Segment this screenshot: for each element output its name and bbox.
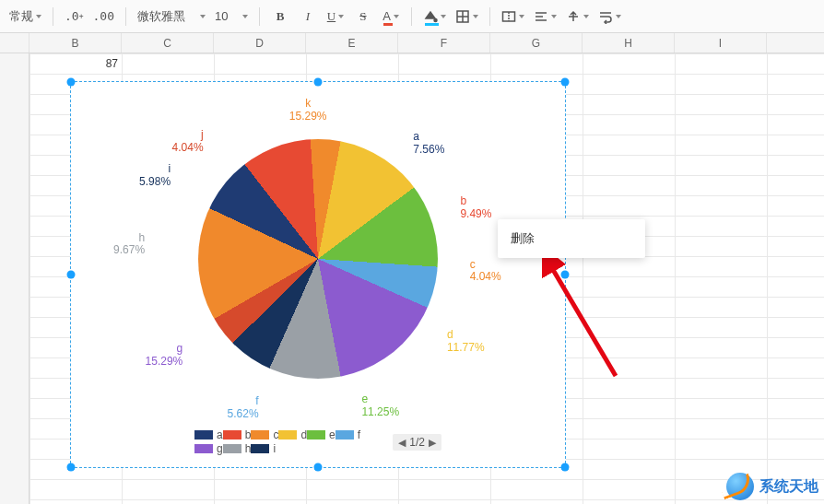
horizontal-align-button[interactable]: [530, 5, 560, 29]
font-color-button[interactable]: A: [378, 5, 404, 29]
legend-swatch: [251, 444, 269, 453]
legend-swatch: [194, 444, 213, 453]
legend-item[interactable]: i: [251, 442, 276, 455]
italic-button[interactable]: I: [295, 5, 321, 29]
vertical-align-button[interactable]: [562, 5, 593, 29]
legend-item[interactable]: g: [194, 442, 223, 455]
column-header[interactable]: D: [214, 33, 306, 53]
column-header[interactable]: E: [306, 33, 398, 53]
cell-b1[interactable]: 87: [30, 53, 122, 74]
legend-swatch: [194, 430, 213, 440]
column-header[interactable]: B: [29, 33, 122, 53]
context-menu: 删除: [498, 219, 645, 258]
context-menu-delete[interactable]: 删除: [498, 225, 645, 252]
increase-decimal-button[interactable]: .0+: [61, 5, 87, 29]
merge-cells-button[interactable]: [498, 5, 528, 29]
legend-next-button[interactable]: ▶: [429, 437, 436, 449]
chart-legend: abcdefghi ◀ 1/2 ▶: [194, 428, 441, 456]
legend-swatch: [335, 430, 354, 440]
resize-handle-se[interactable]: [561, 463, 570, 472]
legend-item[interactable]: f: [335, 428, 360, 441]
font-size-label: 10: [215, 9, 228, 23]
legend-item[interactable]: d: [278, 428, 307, 441]
decrease-decimal-button[interactable]: .00: [88, 5, 117, 29]
legend-swatch: [223, 444, 241, 453]
column-header-row: B C D E F G H I: [0, 33, 824, 53]
column-header[interactable]: G: [490, 33, 583, 53]
resize-handle-n[interactable]: [314, 78, 323, 87]
column-header[interactable]: F: [398, 33, 490, 53]
text-wrap-button[interactable]: [594, 5, 625, 29]
pie-slice-label: f5.62%: [228, 395, 259, 421]
pie-plot-area: [198, 139, 438, 379]
column-header[interactable]: H: [583, 33, 675, 53]
legend-item[interactable]: b: [223, 428, 252, 441]
legend-prev-button[interactable]: ◀: [398, 437, 406, 449]
resize-handle-s[interactable]: [314, 463, 323, 472]
pie-slice-label: d11.77%: [447, 329, 485, 355]
brand-text: 系统天地: [759, 477, 818, 497]
spreadsheet-grid[interactable]: 87 a7.56%b9.49%c4.04%d11.77%e11.25%f5.62…: [0, 53, 824, 504]
legend-label: h: [245, 442, 252, 455]
column-header[interactable]: C: [122, 33, 214, 53]
context-menu-delete-label: 删除: [511, 230, 535, 247]
resize-handle-sw[interactable]: [67, 463, 76, 472]
pie-chart-object[interactable]: a7.56%b9.49%c4.04%d11.77%e11.25%f5.62%g1…: [70, 81, 566, 468]
fill-color-button[interactable]: [419, 5, 450, 29]
pie-slice-label: k15.29%: [289, 98, 327, 123]
row-header-gutter[interactable]: [0, 53, 29, 504]
number-format-dropdown[interactable]: 常规: [6, 5, 45, 29]
font-name-label: 微软雅黑: [137, 8, 185, 25]
legend-swatch: [223, 430, 241, 440]
brand-badge: 系统天地: [726, 473, 818, 500]
font-name-dropdown[interactable]: 微软雅黑: [134, 5, 209, 29]
pie-slice-label: i5.98%: [139, 163, 171, 189]
pie-chart: [198, 139, 438, 379]
resize-handle-w[interactable]: [67, 271, 76, 279]
pie-slice-label: e11.25%: [361, 393, 399, 419]
legend-item[interactable]: a: [194, 428, 223, 441]
legend-item[interactable]: h: [223, 442, 252, 455]
svg-point-0: [434, 18, 437, 21]
strikethrough-button[interactable]: S: [350, 5, 376, 29]
pie-slice-label: h9.67%: [113, 232, 145, 258]
legend-swatch: [278, 430, 297, 440]
pie-slice-label: c4.04%: [470, 259, 501, 285]
legend-label: f: [358, 428, 360, 441]
resize-handle-ne[interactable]: [561, 78, 570, 87]
legend-swatch: [307, 430, 325, 440]
brand-globe-icon: [726, 473, 754, 500]
column-header[interactable]: I: [675, 33, 767, 53]
borders-button[interactable]: [452, 5, 482, 29]
legend-label: a: [217, 428, 223, 441]
legend-label: i: [273, 442, 276, 455]
pie-slice-label: b9.49%: [460, 195, 491, 221]
toolbar: 常规 .0+ .00 微软雅黑 10 B I U S A: [0, 0, 824, 33]
legend-page-indicator: 1/2: [409, 436, 425, 449]
bold-button[interactable]: B: [267, 5, 293, 29]
legend-label: e: [329, 428, 335, 441]
legend-label: d: [300, 428, 307, 441]
legend-label: b: [245, 428, 252, 441]
legend-item[interactable]: e: [307, 428, 335, 441]
svg-line-11: [549, 264, 616, 376]
legend-label: g: [217, 442, 223, 455]
resize-handle-nw[interactable]: [67, 78, 76, 87]
annotation-arrow-icon: [542, 256, 634, 385]
font-size-dropdown[interactable]: 10: [211, 5, 252, 29]
underline-button[interactable]: U: [323, 5, 348, 29]
pie-slice-label: g15.29%: [146, 343, 183, 369]
number-format-label: 常规: [9, 8, 33, 25]
legend-item[interactable]: c: [251, 428, 278, 441]
select-all-corner[interactable]: [0, 33, 29, 53]
legend-swatch: [251, 430, 269, 440]
legend-pager: ◀ 1/2 ▶: [393, 434, 441, 451]
